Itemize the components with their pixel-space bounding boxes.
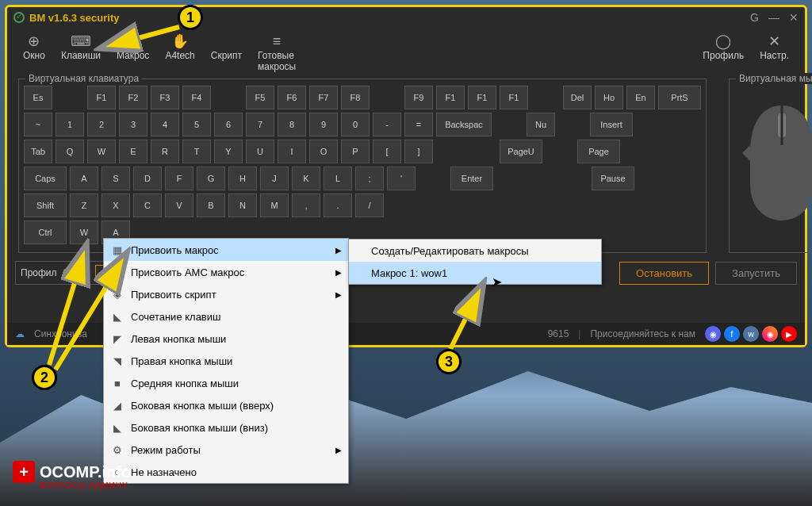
key--[interactable]: - (373, 113, 401, 136)
key-p[interactable]: P (341, 140, 370, 163)
key-;[interactable]: ; (355, 167, 384, 190)
instagram-icon[interactable]: ◉ (762, 326, 778, 342)
ctx-item-4[interactable]: ◤Левая кнопка мыши (104, 328, 348, 350)
key-w[interactable]: W (70, 220, 98, 244)
ctx-item-10[interactable]: ○Не назначено (104, 461, 348, 483)
key-j[interactable]: J (260, 167, 289, 190)
key-'[interactable]: ' (387, 167, 416, 190)
ctx-item-9[interactable]: ⚙Режим работы▶ (104, 439, 348, 461)
key-tab[interactable]: Tab (24, 140, 52, 163)
key-page[interactable]: Page (577, 140, 620, 163)
toolbar-настр.[interactable]: ✕Настр. (752, 31, 797, 74)
mouse-icon[interactable] (734, 86, 812, 236)
key-3[interactable]: 3 (119, 113, 147, 136)
key-nu[interactable]: Nu (527, 113, 555, 136)
key-4[interactable]: 4 (151, 113, 179, 136)
key-f1[interactable]: F1 (468, 86, 496, 109)
key-c[interactable]: C (133, 194, 162, 217)
key-8[interactable]: 8 (278, 113, 306, 136)
key-f[interactable]: F (165, 167, 193, 190)
discord-icon[interactable]: ◉ (705, 326, 721, 342)
key-2[interactable]: 2 (87, 113, 116, 136)
ctx-item-5[interactable]: ◥Правая кнопка мыши (104, 350, 348, 372)
key-0[interactable]: 0 (341, 113, 370, 136)
key-9[interactable]: 9 (309, 113, 338, 136)
key-o[interactable]: O (309, 140, 338, 163)
ctx-item-3[interactable]: ◣Сочетание клавиш (104, 305, 348, 328)
key-shift[interactable]: Shift (24, 194, 67, 217)
key-][interactable]: ] (404, 140, 433, 163)
key-en[interactable]: En (626, 86, 655, 109)
key-backspac[interactable]: Backspac (436, 113, 492, 136)
key-5[interactable]: 5 (182, 113, 211, 136)
key-f7[interactable]: F7 (309, 86, 338, 109)
key-m[interactable]: M (260, 194, 289, 217)
key-=[interactable]: = (404, 113, 433, 136)
submenu-item-0[interactable]: Создать/Редактировать макросы (349, 240, 601, 262)
key-,[interactable]: , (292, 194, 320, 217)
key-f1[interactable]: F1 (500, 86, 528, 109)
key-f1[interactable]: F1 (436, 86, 465, 109)
key-e[interactable]: E (119, 140, 147, 163)
folder-icon[interactable]: 📁 (62, 267, 74, 278)
toolbar-профиль[interactable]: ◯Профиль (695, 31, 752, 74)
key-7[interactable]: 7 (246, 113, 274, 136)
key-y[interactable]: Y (214, 140, 243, 163)
toolbar-скрипт[interactable]: Скрипт (203, 31, 250, 74)
minimize-icon[interactable]: — (768, 11, 779, 24)
key-r[interactable]: R (151, 140, 179, 163)
toolbar-макрос[interactable]: ▦Макрос (109, 31, 157, 74)
toolbar-готовые[interactable]: ≡Готовыемакросы (250, 31, 304, 74)
ctx-item-8[interactable]: ◣Боковая кнопка мыши (вниз) (104, 416, 348, 439)
key-t[interactable]: T (182, 140, 211, 163)
key-f3[interactable]: F3 (151, 86, 179, 109)
ctx-item-0[interactable]: ▦Присвоить макрос▶Создать/Редактировать … (104, 239, 348, 261)
toolbar-окно[interactable]: ⊕Окно (15, 31, 53, 74)
ctx-item-6[interactable]: ■Средняя кнопка мыши (104, 372, 348, 394)
key-b[interactable]: B (197, 194, 225, 217)
toolbar-клавиши[interactable]: ⌨Клавиши (53, 31, 109, 74)
key-ho[interactable]: Ho (595, 86, 623, 109)
key-u[interactable]: U (246, 140, 274, 163)
key-f5[interactable]: F5 (246, 86, 274, 109)
key-pageu[interactable]: PageU (500, 140, 542, 163)
key-insert[interactable]: Insert (590, 113, 633, 136)
key-q[interactable]: Q (56, 140, 84, 163)
key-f1[interactable]: F1 (87, 86, 116, 109)
vk-icon[interactable]: w (743, 326, 759, 342)
key-pause[interactable]: Pause (592, 167, 634, 190)
cloud-icon[interactable]: ☁ (15, 328, 25, 339)
key-f4[interactable]: F4 (182, 86, 211, 109)
key-v[interactable]: V (165, 194, 193, 217)
key-enter[interactable]: Enter (450, 167, 493, 190)
key-f8[interactable]: F8 (341, 86, 370, 109)
key-[[interactable]: [ (373, 140, 401, 163)
key-~[interactable]: ~ (24, 113, 52, 136)
toolbar-a4tech[interactable]: ✋A4tech (157, 31, 202, 74)
key-6[interactable]: 6 (214, 113, 243, 136)
key-caps[interactable]: Caps (24, 167, 67, 190)
help-icon[interactable]: G (750, 11, 759, 24)
key-i[interactable]: I (278, 140, 306, 163)
ctx-item-1[interactable]: ▦Присвоить AMC макрос▶ (104, 261, 348, 283)
key-ctrl[interactable]: Ctrl (24, 220, 67, 244)
key-s[interactable]: S (102, 167, 130, 190)
key-z[interactable]: Z (70, 194, 98, 217)
ctx-item-7[interactable]: ◢Боковая кнопка мыши (вверх) (104, 394, 348, 416)
key-.[interactable]: . (324, 194, 352, 217)
key-g[interactable]: G (197, 167, 225, 190)
key-a[interactable]: A (70, 167, 98, 190)
facebook-icon[interactable]: f (724, 326, 740, 342)
key-/[interactable]: / (355, 194, 384, 217)
key-f9[interactable]: F9 (404, 86, 433, 109)
key-del[interactable]: Del (563, 86, 592, 109)
close-icon[interactable]: ✕ (789, 11, 799, 24)
key-w[interactable]: W (87, 140, 116, 163)
youtube-icon[interactable]: ▶ (781, 326, 797, 342)
key-es[interactable]: Es (24, 86, 52, 109)
key-l[interactable]: L (324, 167, 352, 190)
save-icon[interactable]: 💾 (79, 267, 90, 278)
key-h[interactable]: H (228, 167, 257, 190)
key-n[interactable]: N (228, 194, 257, 217)
key-d[interactable]: D (133, 167, 162, 190)
